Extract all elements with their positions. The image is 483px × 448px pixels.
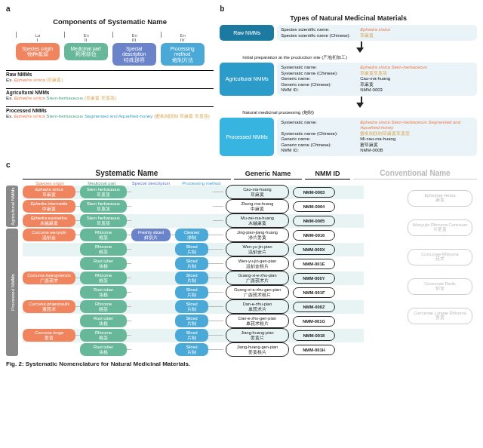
header-systematic: Systematic Name xyxy=(23,169,231,180)
kv-val: Ephedra sinica Stem-herbaceous Segmented… xyxy=(360,120,473,131)
comp-lang: La xyxy=(16,32,60,38)
cell: Sliced片制 xyxy=(175,343,208,355)
conventional-name: Curcumae Longae Rhizoma姜黄 xyxy=(408,308,472,324)
generic-name: Dan-e-zhu-pian单莪术片 xyxy=(226,299,289,313)
kv-val: 草麻黄草质茎 xyxy=(360,71,473,77)
group-label: Processed NMMs xyxy=(6,229,18,356)
block-body: Systematic name:Ephedra sinica Stem-herb… xyxy=(277,63,477,96)
cell: Root tuber块根 xyxy=(80,286,127,298)
block-raw: Raw NMMs Species scientific name:Ephedra… xyxy=(220,25,477,41)
header-generic: Generic Name xyxy=(234,170,302,180)
comp-medicinal-part: Medicinal part药用部位 xyxy=(64,43,108,60)
kv-key: Species scientific name: xyxy=(281,27,360,33)
generic-name: Mu-zei-ma-huang木贼麻黄 xyxy=(226,213,289,227)
arrow-label: Natural medicinal processing (炮制) xyxy=(242,109,314,116)
kv-key: Systematic name (Chinese): xyxy=(281,131,360,137)
generic-name: Dan-e-zhu-gen-pian单莪术根片 xyxy=(226,314,289,327)
header-conventional: Conventional Name xyxy=(353,169,477,180)
cell: Ephedra sinica草麻黄 xyxy=(23,186,75,198)
cell: Rhizome根茎 xyxy=(80,229,127,241)
comp-lang: En xyxy=(161,32,205,38)
cell: Freshly sliced鲜切片 xyxy=(131,229,171,241)
kv-key: NMM ID: xyxy=(281,148,360,154)
cell: Curcuma longa姜黄 xyxy=(23,329,75,341)
cell: Sliced片制 xyxy=(175,257,208,269)
panel-a-label: a xyxy=(6,5,214,13)
cell: Cleaned净制 xyxy=(175,229,208,241)
kv-val: Ephedra sinica Stem-herbaceous xyxy=(360,65,473,71)
comp-species-origin: Species origin物种基源 xyxy=(16,43,60,60)
cell: Root tuber块根 xyxy=(80,343,127,355)
kv-val: 蜜炙制段制草麻黄草质茎 xyxy=(360,131,473,137)
panel-b: b Types of Natural Medicinal Materials R… xyxy=(220,5,477,156)
generic-name: Jiang-huang-pian姜黄片 xyxy=(226,328,289,342)
cell: Curcuma kwangsiensis广西莪术 xyxy=(23,272,75,284)
cell: Stem herbaceous草质茎 xyxy=(80,186,127,198)
nmm-id: NMM-001G xyxy=(293,316,335,327)
comp-num: II xyxy=(64,38,108,42)
panel-c: c Systematic Name Generic Name NMM ID Co… xyxy=(6,161,477,357)
comp-processing-method: Processing method炮制方法 xyxy=(161,43,205,66)
cell: Stem herbaceous草质茎 xyxy=(80,200,127,212)
block-proc: Processed NMMs Systematic name:Ephedra s… xyxy=(220,118,477,156)
header-nmmid: NMM ID xyxy=(305,170,350,180)
kv-val: NMM-000B xyxy=(360,148,473,154)
nmm-id: NMM-0018 xyxy=(293,330,335,341)
kv-val: Cao-ma-huang xyxy=(360,76,473,82)
kv-key: Species scientific name (Chinese): xyxy=(281,33,360,39)
generic-name: Guang-xi-e-zhu-gen-pian广西莪术根片 xyxy=(226,285,289,299)
arrow-1 xyxy=(242,41,477,53)
comp-special-description: Special description特殊形容 xyxy=(112,43,156,66)
comp-num: IV xyxy=(161,38,205,42)
figure-caption: Fig. 2: Systematic Nomenclature for Natu… xyxy=(6,361,477,367)
cell: Rhizome根茎 xyxy=(80,272,127,284)
kv-key: Systematic name: xyxy=(281,65,360,71)
nmm-id: NMM-000X xyxy=(293,244,335,255)
generic-name: Jing-pian-jiang-huang净片姜黄 xyxy=(226,228,289,241)
nmm-id: NMM-000Y xyxy=(293,273,335,284)
table-row: Curcuma longa姜黄Rhizome根茎Sliced片制Jiang-hu… xyxy=(23,329,477,342)
generic-name: Wen-yu-jin-pian温郁金片 xyxy=(226,242,289,256)
kv-key: Systematic name: xyxy=(281,120,360,131)
kv-val: 草麻黄 xyxy=(360,82,473,88)
kv-val: NMM-0003 xyxy=(360,87,473,94)
kv-key: Generic name (Chinese): xyxy=(281,82,360,88)
nmm-id: NMM-000Z xyxy=(293,302,335,312)
kv-key: Generic name: xyxy=(281,137,360,143)
conventional-name: Curcumae Rhizoma莪术 xyxy=(408,249,472,265)
arrow-label: Initial preparation at the production si… xyxy=(242,54,347,61)
c-header-row: Systematic Name Generic Name NMM ID Conv… xyxy=(23,169,477,180)
nmm-id: NMM-001E xyxy=(293,259,335,269)
kv-key: Systematic name (Chinese): xyxy=(281,71,360,77)
block-body: Systematic name:Ephedra sinica Stem-herb… xyxy=(277,118,477,156)
conventional-name: Ephedrae Herba麻黄 xyxy=(408,190,472,207)
generic-name: Jiang-huang-gen-pian姜黄根片 xyxy=(226,342,289,356)
comp-num: I xyxy=(16,38,60,42)
stage-example: Ex. Ephedra sinica (草麻黄) xyxy=(6,77,214,84)
generic-name: Guang-xi-e-zhu-pian广西莪术片 xyxy=(226,271,289,284)
stage-name: Raw NMMs xyxy=(6,72,214,77)
panel-c-label: c xyxy=(6,161,477,169)
figure-page: a Components of Systematic Name LaISpeci… xyxy=(0,0,483,369)
block-body: Species scientific name:Ephedra sinica S… xyxy=(277,25,477,41)
cell: Sliced片制 xyxy=(175,243,208,255)
kv-val: Mi-cao-ma-huang xyxy=(360,137,473,143)
panel-b-title: Types of Natural Medicinal Materials xyxy=(220,14,477,22)
kv-val: Ephedra sinica xyxy=(360,27,473,33)
conventional-name: Curcumae Radix郁金 xyxy=(408,278,472,295)
cell: Rhizome根茎 xyxy=(80,300,127,312)
group-label: Agricultural NMMs xyxy=(6,186,18,227)
cell: Curcuma phaeocaulis蓬莪术 xyxy=(23,300,75,312)
cell: Stem herbaceous草质茎 xyxy=(80,214,127,226)
conventional-name: Wenyujin Rhizoma Concisum片姜黄 xyxy=(408,219,472,236)
cell: Curcuma wenyujin温郁金 xyxy=(23,229,75,241)
panel-b-label: b xyxy=(220,5,477,13)
nmm-id: NMM-0004 xyxy=(293,201,335,212)
cell: Root tuber块根 xyxy=(80,257,127,269)
cell: Rhizome根茎 xyxy=(80,329,127,341)
cell: Sliced片制 xyxy=(175,315,208,327)
cell: Sliced片制 xyxy=(175,286,208,298)
c-body: Ephedra sinica草麻黄Stem herbaceous草质茎Cao-m… xyxy=(6,186,477,357)
cell: Root tuber块根 xyxy=(80,315,127,327)
kv-val: 草麻黄 xyxy=(360,33,473,39)
